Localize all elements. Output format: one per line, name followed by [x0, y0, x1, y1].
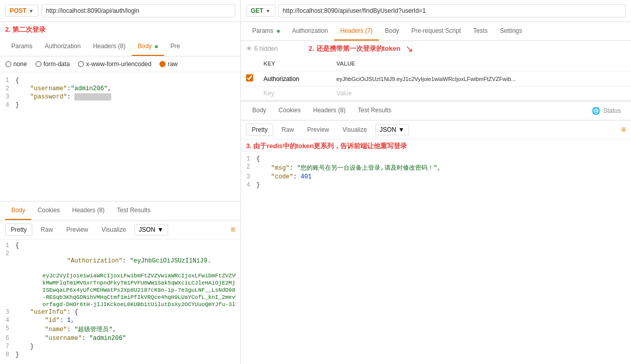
left-response-tab-body[interactable]: Body	[5, 201, 31, 220]
right-resp-line-2: 2 "msg": "您的账号在另一台设备上登录,请及时修改密码！",	[241, 163, 631, 173]
resp-line-4: 4 "id": 1,	[0, 316, 240, 325]
left-request-body: 1 { 2 "username":"admin206", 3 "password…	[0, 72, 240, 201]
left-tab-pre[interactable]: Pre	[164, 37, 186, 56]
globe-icon[interactable]: 🌐	[592, 107, 600, 115]
right-status-area: 🌐 Status	[592, 107, 626, 115]
code-line-2: 2 "username":"admin206",	[0, 85, 240, 93]
headers-table: KEY VALUE Authorization eyJhbGciOiJSUzI1	[241, 56, 631, 100]
status-label: Status	[603, 107, 621, 114]
header-row-placeholder: Key Value	[241, 87, 631, 100]
left-json-select[interactable]: JSON ▼	[134, 224, 168, 235]
resp-line-7: 7 }	[0, 342, 240, 351]
right-tab-headers[interactable]: Headers (7)	[334, 22, 379, 41]
left-response-body: 1 { 2 "Authorization": "eyJhbGciOiJSUzI1…	[0, 239, 240, 364]
right-annotation-row: 👁 6 hidden 2. 还是携带第一次登录的token ↘	[241, 41, 631, 56]
value-placeholder-cell[interactable]: Value	[331, 87, 631, 100]
right-preview-btn[interactable]: Preview	[302, 124, 334, 135]
left-annotation-top: 2. 第二次登录	[0, 22, 240, 37]
right-resp-tab-cookies[interactable]: Cookies	[272, 102, 307, 120]
right-method-selector[interactable]: GET ▼	[246, 5, 275, 17]
body-type-raw[interactable]: raw	[159, 60, 177, 68]
header-key-col: KEY	[258, 56, 331, 71]
right-tab-settings[interactable]: Settings	[494, 22, 528, 41]
left-save-icon[interactable]: ≡	[231, 225, 235, 234]
resp-line-8: 8 }	[0, 351, 240, 359]
left-response-tab-tests[interactable]: Test Results	[111, 201, 156, 220]
arrow-icon: ↘	[405, 43, 413, 54]
code-line-1: 1 {	[0, 76, 240, 85]
right-pretty-btn[interactable]: Pretty	[246, 124, 273, 136]
right-resp-tab-body[interactable]: Body	[246, 102, 272, 120]
right-annotation-redis: 3. 由于redis中的token更系列，告诉前端让他重写登录	[241, 139, 631, 153]
right-resp-tab-tests[interactable]: Test Results	[352, 102, 397, 120]
resp-line-5: 5 "name": "超级管理员",	[0, 325, 240, 334]
auth-checkbox[interactable]	[246, 74, 253, 82]
left-tab-body[interactable]: Body	[132, 37, 165, 56]
header-value-col: VALUE	[331, 56, 631, 71]
body-type-none[interactable]: none	[5, 60, 27, 68]
right-raw-btn[interactable]: Raw	[276, 124, 299, 135]
resp-line-2: 2 "Authorization": "eyJhbGciOiJSUzI1NiJ9…	[0, 250, 240, 272]
right-tab-authorization[interactable]: Authorization	[286, 22, 334, 41]
left-pretty-btn[interactable]: Pretty	[5, 224, 32, 236]
code-line-3: 3 "password": "••••••••"	[0, 93, 240, 101]
left-bottom-tab-bar: Body Cookies Headers (8) Test Results	[0, 201, 240, 220]
left-method-arrow: ▼	[29, 8, 34, 14]
resp-line-2b: eyJc2VyIjoie1wiaWRcIjoxLFwibmFtZVZVwiaWR…	[0, 272, 240, 279]
right-save-icon[interactable]: ≡	[621, 125, 626, 134]
right-format-bar: Pretty Raw Preview Visualize JSON ▼ ≡	[241, 120, 631, 139]
right-tab-body[interactable]: Body	[379, 22, 405, 41]
right-tab-tests[interactable]: Tests	[467, 22, 494, 41]
right-tab-pre-request[interactable]: Pre-request Script	[405, 22, 467, 41]
right-resp-line-1: 1 {	[241, 155, 631, 163]
right-url-bar: GET ▼	[241, 0, 631, 22]
resp-line-2e: -REGqb3KhqGDNihVMHqCtmf1miPfIkVRQce4hqH9…	[0, 294, 240, 301]
body-dot	[155, 45, 158, 48]
left-raw-btn[interactable]: Raw	[35, 224, 58, 235]
params-dot	[277, 30, 280, 33]
right-tab-params[interactable]: Params	[246, 22, 286, 41]
headers-section: KEY VALUE Authorization eyJhbGciOiJSUzI1	[241, 56, 631, 101]
resp-line-6: 6 "username": "admin206"	[0, 334, 240, 342]
right-bottom-tab-bar: Body Cookies Headers (8) Test Results 🌐 …	[241, 101, 631, 120]
left-method-selector[interactable]: POST ▼	[5, 5, 38, 17]
right-panel: GET ▼ Params Authorization Headers (7) B…	[241, 0, 631, 364]
left-tab-headers[interactable]: Headers (8)	[87, 37, 131, 56]
auth-checkbox-cell[interactable]	[241, 71, 258, 87]
auth-key-cell: Authorization	[258, 71, 331, 87]
left-tab-params[interactable]: Params	[5, 37, 38, 56]
resp-line-1: 1 {	[0, 241, 240, 250]
resp-line-2d: ISEwqaLP6x4yUfcMEHWatPs2Xp8U2187cK8n-1p-…	[0, 287, 240, 294]
left-preview-btn[interactable]: Preview	[61, 224, 93, 235]
left-url-input[interactable]	[42, 4, 235, 17]
left-format-bar: Pretty Raw Preview Visualize JSON ▼ ≡	[0, 220, 240, 239]
left-response-tab-headers[interactable]: Headers (8)	[66, 201, 111, 220]
body-type-urlencoded[interactable]: x-www-form-urlencoded	[78, 60, 151, 68]
left-tab-authorization[interactable]: Authorization	[38, 37, 87, 56]
right-visualize-btn[interactable]: Visualize	[337, 124, 372, 135]
left-panel: POST ▼ 2. 第二次登录 Params Authorization Hea…	[0, 0, 241, 364]
right-annotation-carrying: 2. 还是携带第一次登录的token	[309, 44, 400, 53]
right-tab-bar: Params Authorization Headers (7) Body Pr…	[241, 22, 631, 41]
right-json-select[interactable]: JSON ▼	[375, 124, 409, 135]
left-response-tab-cookies[interactable]: Cookies	[31, 201, 66, 220]
right-response-body: 1 { 2 "msg": "您的账号在另一台设备上登录,请及时修改密码！", 3…	[241, 153, 631, 364]
left-visualize-btn[interactable]: Visualize	[96, 224, 131, 235]
right-resp-tab-headers[interactable]: Headers (8)	[307, 102, 352, 120]
raw-radio	[159, 61, 166, 67]
resp-line-2f: orfagd-DHOr6tH-jIJIKckoeL0KUBb1tUilutDsX…	[0, 301, 240, 308]
hidden-headers-label[interactable]: 👁 6 hidden	[246, 45, 278, 52]
body-type-formdata[interactable]: form-data	[35, 60, 70, 68]
left-tab-bar: Params Authorization Headers (8) Body Pr…	[0, 37, 240, 56]
right-url-input[interactable]	[278, 4, 626, 17]
code-line-4: 4 }	[0, 101, 240, 109]
auth-value-cell: eyJhbGciOiJSUzI1NiJ9.eyJ1c2VyIjoie1wiaWR…	[331, 71, 631, 87]
right-method-arrow: ▼	[266, 8, 271, 14]
left-url-bar: POST ▼	[0, 0, 240, 22]
left-method-label: POST	[10, 7, 27, 14]
header-check-col	[241, 56, 258, 71]
formdata-radio	[35, 61, 42, 67]
key-placeholder-cell[interactable]: Key	[258, 87, 331, 100]
header-row-auth: Authorization eyJhbGciOiJSUzI1NiJ9.eyJ1c…	[241, 71, 631, 87]
right-resp-line-4: 4 }	[241, 181, 631, 189]
